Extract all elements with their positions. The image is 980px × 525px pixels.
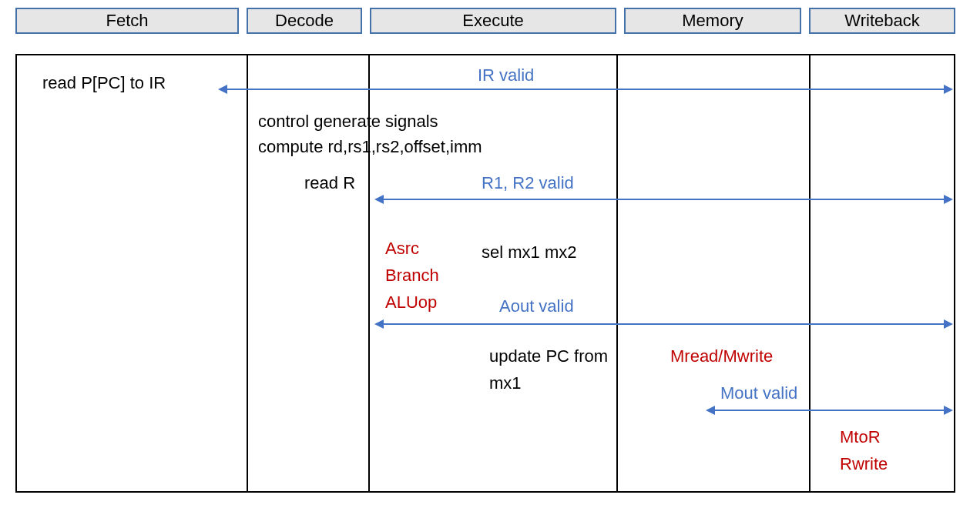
arrow-ir-valid-line bbox=[227, 89, 944, 90]
divider-fetch-decode bbox=[247, 54, 248, 493]
pipeline-timeline-box bbox=[15, 54, 955, 493]
arrow-r1r2-line bbox=[384, 199, 945, 200]
exec-updatepc1: update PC from bbox=[489, 346, 608, 366]
exec-sel: sel mx1 mx2 bbox=[482, 242, 576, 262]
mem-mread-mwrite: Mread/Mwrite bbox=[670, 346, 773, 366]
arrow-mout-left bbox=[706, 406, 715, 415]
arrow-aout-right bbox=[944, 319, 953, 329]
wb-rwrite: Rwrite bbox=[840, 454, 888, 474]
arrow-mout-right bbox=[944, 406, 953, 415]
arrow-mout-line bbox=[715, 410, 945, 411]
divider-memory-writeback bbox=[809, 54, 811, 493]
stage-decode-label: Decode bbox=[275, 11, 334, 30]
stage-writeback-header: Writeback bbox=[809, 8, 955, 34]
stage-fetch-header: Fetch bbox=[15, 8, 239, 34]
decode-line1: control generate signals bbox=[258, 112, 438, 132]
signal-mout-valid: Mout valid bbox=[720, 383, 797, 403]
stage-execute-header: Execute bbox=[370, 8, 616, 34]
decode-line2: compute rd,rs1,rs2,offset,imm bbox=[258, 137, 482, 157]
stage-memory-header: Memory bbox=[624, 8, 801, 34]
signal-aout-valid: Aout valid bbox=[499, 296, 574, 316]
arrow-r1r2-left bbox=[374, 195, 384, 204]
stage-memory-label: Memory bbox=[682, 11, 743, 30]
arrow-r1r2-right bbox=[944, 195, 953, 204]
exec-branch: Branch bbox=[385, 266, 439, 286]
stage-fetch-label: Fetch bbox=[106, 11, 148, 30]
wb-mtor: MtoR bbox=[840, 427, 881, 447]
decode-readR: read R bbox=[304, 173, 355, 193]
exec-asrc: Asrc bbox=[385, 239, 419, 259]
arrow-ir-valid-right bbox=[944, 85, 953, 94]
exec-updatepc2: mx1 bbox=[489, 373, 522, 393]
fetch-action: read P[PC] to IR bbox=[42, 73, 166, 93]
signal-ir-valid: IR valid bbox=[478, 65, 534, 85]
signal-r1r2-valid: R1, R2 valid bbox=[482, 173, 574, 193]
divider-execute-memory bbox=[616, 54, 618, 493]
arrow-aout-left bbox=[374, 319, 384, 329]
arrow-ir-valid-left bbox=[218, 85, 227, 94]
stage-decode-header: Decode bbox=[247, 8, 362, 34]
exec-aluop: ALUop bbox=[385, 293, 437, 313]
arrow-aout-line bbox=[384, 323, 945, 325]
stage-execute-label: Execute bbox=[462, 11, 524, 30]
stage-writeback-label: Writeback bbox=[844, 11, 919, 30]
